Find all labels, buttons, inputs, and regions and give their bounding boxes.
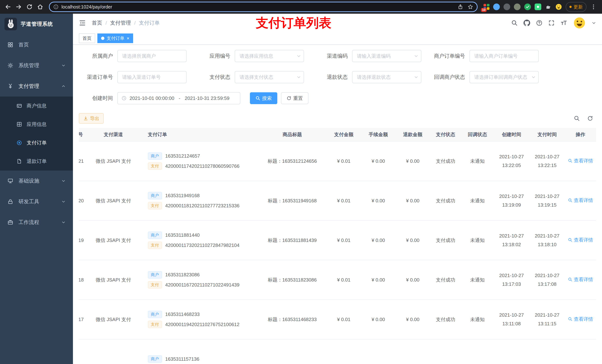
extension-check-icon[interactable] bbox=[524, 3, 531, 10]
toggle-search-icon[interactable] bbox=[574, 115, 580, 121]
cell-notify: 未通知 bbox=[461, 260, 494, 300]
app-logo[interactable]: 芋道管理系统 bbox=[0, 14, 73, 34]
cell-created bbox=[494, 339, 529, 364]
font-size-icon[interactable] bbox=[560, 20, 567, 26]
table-header-row: 编号支付渠道支付订单商品标题支付金额手续金额退款金额支付状态回调状态创建时间支付… bbox=[79, 128, 596, 141]
sidebar-subitem-pay-order[interactable]: 支付订单 bbox=[0, 134, 73, 152]
sidebar-menu: 首页系统管理支付管理商户信息应用信息支付订单退款订单基础设施研发工具工作流程 bbox=[0, 34, 73, 233]
breadcrumb-home[interactable]: 首页 bbox=[92, 20, 102, 26]
filter-input-merchant[interactable] bbox=[117, 50, 187, 62]
cell-channel: 微信 JSAPI 支付 bbox=[89, 220, 137, 260]
sidebar-item-infrastructure[interactable]: 基础设施 bbox=[0, 171, 73, 191]
view-detail-link[interactable]: 查看详情 bbox=[568, 156, 593, 165]
reload-icon[interactable] bbox=[24, 2, 34, 12]
column-header-6: 退款金额 bbox=[395, 128, 430, 141]
filter-select-app-no[interactable] bbox=[235, 50, 304, 62]
filter-row-2: 渠道订单号支付状态退款状态回调商户状态 bbox=[79, 71, 596, 83]
bookmark-star-icon[interactable] bbox=[468, 4, 473, 10]
cell-fee: ¥ 0.00 bbox=[361, 260, 395, 300]
forward-icon[interactable] bbox=[14, 2, 24, 12]
home-icon[interactable] bbox=[35, 2, 45, 12]
cell-order: 商户1635312124657支付42000011742021102780605… bbox=[138, 141, 258, 181]
refresh-table-icon[interactable] bbox=[587, 115, 593, 121]
infra-icon bbox=[7, 178, 13, 184]
tab-pay-order[interactable]: 支付订单 × bbox=[97, 33, 133, 43]
merchant-order-no: 1635311157136 bbox=[165, 355, 199, 364]
cell-channel: 微信 JSAPI 支付 bbox=[89, 181, 137, 220]
sidebar-item-system[interactable]: 系统管理 bbox=[0, 55, 73, 76]
sidebar-item-home[interactable]: 首页 bbox=[0, 34, 73, 55]
merchant-tag: 商户 bbox=[148, 311, 162, 318]
extension-blue-icon[interactable] bbox=[493, 3, 500, 10]
column-header-10: 支付时间 bbox=[529, 128, 565, 141]
filter-label-merchant: 所属商户 bbox=[79, 52, 117, 60]
breadcrumb-current: 支付订单 bbox=[139, 20, 160, 26]
column-header-4: 支付金额 bbox=[327, 128, 361, 141]
extension-olive-icon[interactable] bbox=[514, 3, 521, 10]
hamburger-icon[interactable] bbox=[79, 20, 86, 26]
sidebar: 芋道管理系统 首页系统管理支付管理商户信息应用信息支付订单退款订单基础设施研发工… bbox=[0, 14, 73, 364]
browser-update-button[interactable]: 更新 bbox=[566, 2, 586, 12]
view-detail-link[interactable]: 查看详情 bbox=[568, 196, 593, 205]
breadcrumb-separator: / bbox=[134, 20, 136, 26]
site-info-icon[interactable] bbox=[53, 4, 58, 10]
help-icon[interactable] bbox=[536, 20, 542, 26]
sidebar-subitem-merchant-info[interactable]: 商户信息 bbox=[0, 96, 73, 115]
search-icon[interactable] bbox=[511, 20, 517, 26]
cell-channel: 微信 JSAPI 支付 bbox=[89, 300, 137, 339]
cell-channel bbox=[89, 339, 137, 364]
extensions-area: 10 更新 bbox=[481, 2, 599, 12]
filter-select-pay-status[interactable] bbox=[235, 71, 304, 83]
chevron-down-icon[interactable] bbox=[592, 21, 596, 25]
puzzle-extensions-icon[interactable] bbox=[545, 3, 552, 10]
extension-dark-icon[interactable] bbox=[504, 3, 510, 10]
breadcrumb-pay-manage[interactable]: 支付管理 bbox=[110, 20, 131, 26]
cell-refund: ¥ 0.00 bbox=[395, 260, 430, 300]
search-button[interactable]: 搜索 bbox=[250, 92, 277, 104]
create-time-range-picker[interactable]: 2021-10-01 00:00:00 - 2021-10-31 23:59:5… bbox=[117, 92, 240, 104]
pay-tag: 支付 bbox=[148, 281, 162, 289]
filter-input-channel-order-no[interactable] bbox=[117, 71, 187, 83]
address-bar[interactable]: localhost:1024/pay/order bbox=[49, 2, 478, 12]
sidebar-subitem-refund-order[interactable]: 退款订单 bbox=[0, 152, 73, 171]
sidebar-item-label: 基础设施 bbox=[19, 177, 39, 184]
sidebar-item-payment[interactable]: 支付管理 bbox=[0, 76, 73, 96]
browser-menu-icon[interactable] bbox=[590, 3, 597, 10]
sidebar-item-workflow[interactable]: 工作流程 bbox=[0, 212, 73, 233]
sidebar-item-dev-tools[interactable]: 研发工具 bbox=[0, 191, 73, 212]
export-button[interactable]: 导出 bbox=[79, 113, 104, 124]
cell-paid: 2021-10-2713:17:08 bbox=[529, 260, 565, 300]
tab-home[interactable]: 首页 bbox=[79, 33, 95, 43]
filter-row-3: 创建时间 2021-10-01 00:00:00 - 2021-10-31 23… bbox=[79, 92, 596, 104]
chevron-down-icon bbox=[62, 220, 65, 224]
cell-fee: ¥ 0.00 bbox=[361, 181, 395, 220]
filter-select-channel-code[interactable] bbox=[352, 50, 421, 62]
extension-grid-icon[interactable]: 10 bbox=[484, 4, 489, 10]
reset-button[interactable]: 重置 bbox=[281, 92, 308, 104]
close-icon[interactable]: × bbox=[127, 36, 129, 41]
sidebar-subitem-app-info[interactable]: 应用信息 bbox=[0, 115, 73, 134]
pay-tag: 支付 bbox=[148, 321, 162, 328]
filter-select-notify-status[interactable] bbox=[469, 71, 539, 83]
sidebar-subitem-label: 应用信息 bbox=[27, 121, 47, 128]
workflow-icon bbox=[7, 219, 13, 225]
merchant-tag: 商户 bbox=[148, 271, 162, 279]
cell-order: 商户1635311157136 bbox=[138, 339, 258, 364]
github-icon[interactable] bbox=[524, 20, 530, 26]
emoji-extension-icon[interactable] bbox=[555, 3, 562, 10]
cell-created: 2021-10-2713:19:09 bbox=[494, 181, 529, 220]
filter-select-refund-status[interactable] bbox=[352, 71, 421, 83]
cell-created: 2021-10-2713:17:03 bbox=[494, 260, 529, 300]
refund-doc-icon bbox=[16, 159, 22, 164]
view-detail-link[interactable]: 查看详情 bbox=[568, 275, 593, 284]
table-row: 18微信 JSAPI 支付商户1635311823086支付4200001167… bbox=[79, 260, 596, 300]
cell-id: 21 bbox=[79, 141, 89, 181]
view-detail-link[interactable]: 查看详情 bbox=[568, 315, 593, 323]
view-detail-link[interactable]: 查看详情 bbox=[568, 236, 593, 244]
fullscreen-icon[interactable] bbox=[548, 20, 555, 26]
extension-chat-icon[interactable] bbox=[535, 3, 541, 10]
share-icon[interactable] bbox=[458, 4, 463, 10]
back-icon[interactable] bbox=[3, 2, 13, 12]
filter-input-merchant-order-no[interactable] bbox=[469, 50, 539, 62]
user-avatar[interactable] bbox=[573, 17, 586, 29]
